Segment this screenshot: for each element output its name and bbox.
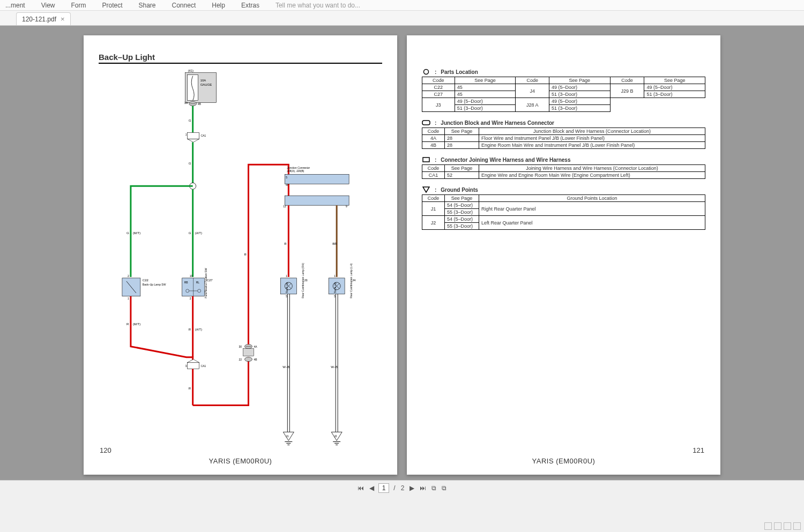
ground-points-table: CodeSee PageGround Points Location J154 …	[422, 194, 705, 230]
fuse-id: (IG)	[188, 69, 193, 72]
menu-item[interactable]: Help	[212, 2, 225, 9]
svg-text:CA1: CA1	[201, 364, 206, 368]
menu-item[interactable]: ...ment	[5, 2, 25, 9]
pdf-page-left: Back–Up Light (IG) 10A GAUGE 19 4B G 1 C…	[84, 35, 397, 475]
last-page-icon[interactable]: ⏭	[419, 484, 427, 492]
svg-text:G: G	[126, 231, 129, 235]
page-number: 121	[693, 446, 704, 454]
svg-text:Junction Connector: Junction Connector	[287, 166, 310, 169]
first-page-icon[interactable]: ⏮	[356, 484, 365, 492]
svg-text:R: R	[189, 387, 191, 390]
svg-text:1: 1	[128, 297, 129, 300]
svg-text:G: G	[189, 119, 191, 122]
svg-text:RL: RL	[196, 281, 200, 284]
svg-text:W–B: W–B	[282, 365, 289, 369]
svg-rect-100	[423, 158, 429, 162]
page-footer: YARIS (EM00R0U)	[532, 457, 595, 465]
wiring-diagram: (IG) 10A GAUGE 19 4B G 1 CA1 G G (M/T)	[99, 68, 382, 454]
svg-text:J1: J1	[286, 434, 288, 438]
svg-text:4A: 4A	[254, 345, 257, 348]
svg-text:2: 2	[128, 274, 129, 278]
svg-text:C22: C22	[143, 279, 149, 282]
search-hint[interactable]: Tell me what you want to do...	[276, 2, 360, 9]
svg-text:J4: J4	[352, 279, 356, 282]
svg-rect-8	[188, 132, 199, 139]
svg-text:9: 9	[346, 205, 347, 208]
junction-block-section: :Junction Block and Wire Harness Connect…	[422, 119, 705, 149]
parts-location-section: :Parts Location CodeSee PageCodeSee Page…	[422, 69, 705, 112]
close-icon[interactable]: ×	[61, 15, 65, 23]
svg-rect-58	[285, 196, 349, 205]
svg-text:GAUGE: GAUGE	[200, 83, 212, 86]
svg-text:12: 12	[283, 205, 286, 208]
next-page-icon[interactable]: ▶	[408, 484, 415, 492]
page-total: 2	[400, 484, 406, 492]
page-title: Back–Up Light	[99, 53, 382, 64]
junction-block-table: CodeSee PageJunction Block and Wire Harn…	[422, 128, 705, 149]
svg-text:1: 1	[286, 274, 287, 278]
file-tab[interactable]: 120-121.pdf ×	[16, 12, 71, 25]
svg-text:Back–Up: Back–Up	[333, 282, 337, 293]
svg-rect-57	[285, 174, 349, 184]
page-sep: /	[392, 484, 396, 492]
svg-text:(M/T): (M/T)	[133, 231, 140, 235]
svg-text:3: 3	[185, 364, 187, 368]
svg-text:5: 5	[286, 176, 287, 179]
connector-joining-table: CodeSee PageJoining Wire Harness and Wir…	[422, 164, 705, 179]
menu-item[interactable]: Share	[139, 2, 156, 9]
svg-text:22: 22	[239, 358, 242, 361]
tab-label: 120-121.pdf	[22, 16, 56, 23]
section-title: Parts Location	[441, 69, 478, 75]
layout-icon[interactable]: ⧉	[441, 484, 448, 492]
svg-text:Back–Up Lamp SW: Back–Up Lamp SW	[143, 283, 166, 286]
section-title: Junction Block and Wire Harness Connecto…	[441, 120, 554, 126]
svg-rect-1	[188, 75, 198, 101]
svg-text:Back–Up: Back–Up	[285, 282, 288, 293]
svg-marker-9	[188, 139, 199, 142]
svg-point-52	[244, 357, 252, 362]
pdf-page-right: :Parts Location CodeSee PageCodeSee Page…	[407, 35, 720, 475]
svg-text:G: G	[189, 231, 191, 235]
rounded-rect-icon	[422, 119, 430, 126]
svg-text:C27: C27	[207, 279, 213, 282]
menu-item[interactable]: Extras	[241, 2, 259, 9]
square-icon	[422, 156, 430, 163]
page-number: 120	[100, 446, 111, 454]
menu-item[interactable]: Form	[71, 2, 86, 9]
svg-text:Park/Neutral Position SW: Park/Neutral Position SW	[204, 268, 207, 298]
svg-text:30: 30	[239, 345, 242, 348]
page-input[interactable]: 1	[378, 483, 390, 493]
svg-text:CA1: CA1	[201, 134, 206, 137]
svg-text:(A/T): (A/T)	[195, 328, 202, 331]
document-viewer[interactable]: Back–Up Light (IG) 10A GAUGE 19 4B G 1 C…	[0, 26, 804, 480]
circle-icon	[422, 69, 430, 75]
menu-item[interactable]: View	[41, 2, 55, 9]
svg-rect-99	[422, 121, 430, 125]
svg-text:Rear Combination Lamp (RH): Rear Combination Lamp (RH)	[301, 263, 304, 298]
parts-location-table: CodeSee PageCodeSee PageCodeSee Page C22…	[422, 77, 705, 112]
svg-point-98	[424, 70, 429, 74]
svg-text:R: R	[189, 328, 191, 331]
svg-text:(A/T): (A/T)	[195, 231, 202, 235]
svg-text:4B: 4B	[254, 358, 257, 361]
svg-text:J28(A), J29(B): J28(A), J29(B)	[287, 169, 304, 173]
svg-text:Rear Combination Lamp (LH): Rear Combination Lamp (LH)	[349, 263, 353, 298]
layout-icon[interactable]: ⧉	[430, 484, 437, 492]
page-footer: YARIS (EM00R0U)	[209, 457, 272, 465]
menu-item[interactable]: Connect	[172, 2, 196, 9]
menu-item[interactable]: Protect	[102, 2, 122, 9]
tab-bar: 120-121.pdf ×	[0, 11, 804, 26]
menubar: ...ment View Form Protect Share Connect …	[0, 0, 804, 11]
svg-rect-51	[243, 349, 254, 356]
svg-text:G: G	[189, 162, 191, 165]
page-nav-bar: ⏮ ◀ 1 / 2 ▶ ⏭ ⧉ ⧉	[0, 480, 804, 495]
svg-marker-101	[423, 187, 429, 192]
svg-text:(M/T): (M/T)	[133, 323, 140, 326]
svg-text:RB: RB	[184, 281, 189, 284]
section-title: Ground Points	[441, 187, 478, 193]
svg-text:R: R	[244, 253, 247, 256]
svg-text:J3: J3	[304, 279, 308, 282]
svg-marker-43	[188, 359, 199, 363]
prev-page-icon[interactable]: ◀	[368, 484, 375, 492]
connector-joining-section: :Connector Joining Wire Harness and Wire…	[422, 156, 705, 179]
